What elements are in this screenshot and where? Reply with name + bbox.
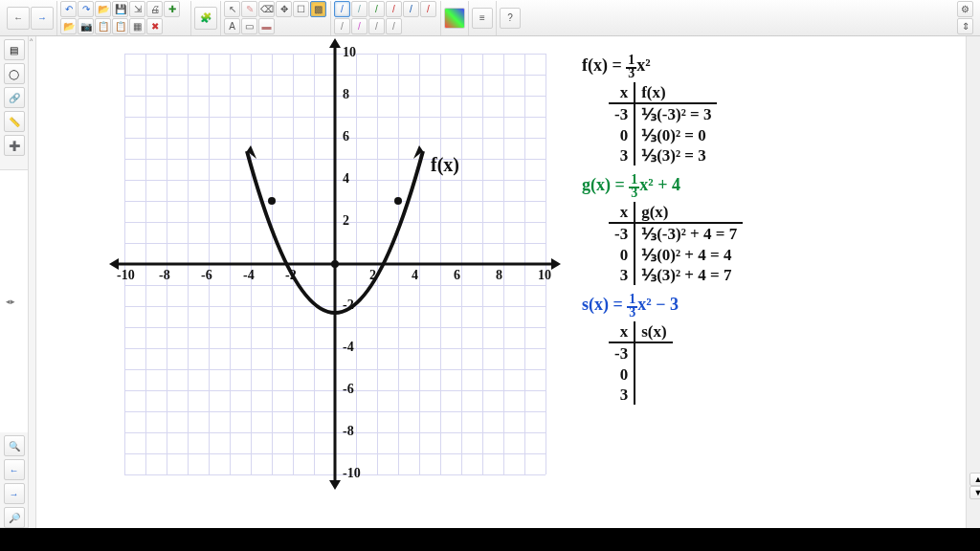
stroke-9[interactable]: / bbox=[368, 18, 385, 34]
select-tool[interactable]: ☐ bbox=[293, 1, 309, 17]
x-tick-label: 4 bbox=[412, 268, 418, 283]
paste-button[interactable]: 📋 bbox=[112, 18, 128, 34]
stroke-8[interactable]: / bbox=[351, 18, 368, 34]
table-row: 0 bbox=[609, 364, 673, 385]
open-button[interactable]: 📂 bbox=[95, 1, 111, 17]
new-button[interactable]: ✚ bbox=[164, 1, 180, 17]
table-row: 0⅓(0)² + 4 = 4 bbox=[609, 245, 743, 265]
arrow-up-icon bbox=[329, 38, 341, 48]
side-zoomin-button[interactable]: 🔍 bbox=[4, 435, 25, 456]
x-tick-label: 6 bbox=[454, 268, 460, 283]
s-table: xs(x) -3 0 3 bbox=[609, 321, 673, 405]
table-row: -3 bbox=[609, 342, 673, 364]
marquee-tool[interactable]: ▭ bbox=[241, 18, 257, 34]
color-picker-button[interactable] bbox=[444, 8, 465, 29]
x-tick-label: 10 bbox=[538, 268, 551, 283]
parabola-f bbox=[124, 54, 546, 474]
vertical-ruler: ^ bbox=[29, 36, 36, 528]
nav-forward-button[interactable]: → bbox=[31, 7, 54, 30]
y-tick-label: 10 bbox=[343, 45, 356, 60]
pen-tool[interactable]: ✎ bbox=[241, 1, 257, 17]
x-tick-label: -4 bbox=[243, 268, 255, 283]
drawing-canvas[interactable]: f(x) -10-8-6-4-2246810-10-8-6-4-2246810 … bbox=[36, 36, 966, 528]
print-button[interactable]: 🖨 bbox=[146, 1, 163, 17]
x-tick-label: -6 bbox=[201, 268, 212, 283]
copy-button[interactable]: 📋 bbox=[95, 18, 111, 34]
page-down-button[interactable]: ▼ bbox=[969, 486, 980, 499]
stroke-4[interactable]: / bbox=[386, 1, 402, 17]
redo-button[interactable]: ↷ bbox=[78, 1, 94, 17]
stroke-3[interactable]: / bbox=[368, 1, 385, 17]
stroke-10[interactable]: / bbox=[386, 18, 402, 34]
s-expression: s(x) = 13x² − 3 bbox=[582, 293, 980, 320]
sidebar-collapse-handle[interactable]: ◂▸ bbox=[6, 297, 15, 306]
stroke-6[interactable]: / bbox=[420, 1, 436, 17]
side-shapes-button[interactable]: ◯ bbox=[4, 63, 25, 84]
table-button[interactable]: ▦ bbox=[129, 18, 145, 34]
x-tick-label: 2 bbox=[369, 268, 376, 283]
table-row: -3⅓(-3)² = 3 bbox=[609, 103, 717, 124]
delete-button[interactable]: ✖ bbox=[146, 18, 163, 34]
table-row: 3 bbox=[609, 385, 673, 405]
eraser-tool[interactable]: ⌫ bbox=[258, 1, 275, 17]
pointer-tool[interactable]: ↖ bbox=[224, 1, 240, 17]
bottom-black-bar bbox=[0, 528, 980, 551]
x-tick-label: -2 bbox=[285, 268, 297, 283]
side-link-button[interactable]: 🔗 bbox=[4, 87, 25, 108]
main-toolbar: ← → ↶ ↷ 📂 💾 ⇲ 🖨 ✚ 📂 📷 📋 📋 ▦ ✖ 🧩 ↖ ✎ ⌫ ✥ … bbox=[0, 0, 980, 36]
y-tick-label: 6 bbox=[343, 129, 349, 144]
side-next-button[interactable]: → bbox=[4, 483, 25, 504]
highlight-tool[interactable]: ▩ bbox=[310, 1, 326, 17]
g-expression: g(x) = 13x² + 4 bbox=[582, 173, 980, 200]
y-tick-label: 2 bbox=[343, 213, 349, 229]
expand-button[interactable]: ⇕ bbox=[957, 18, 973, 34]
table-row: -3⅓(-3)² + 4 = 7 bbox=[609, 223, 743, 244]
g-table: xg(x) -3⅓(-3)² + 4 = 7 0⅓(0)² + 4 = 4 3⅓… bbox=[609, 202, 743, 285]
nav-back-button[interactable]: ← bbox=[7, 7, 30, 30]
y-tick-label: -8 bbox=[343, 424, 354, 439]
plugin-button[interactable]: 🧩 bbox=[194, 7, 217, 30]
left-sidebar: ▤ ◯ 🔗 📏 ➕ ◂▸ 🔍 ← → 🔎 bbox=[0, 36, 29, 528]
table-row: 3⅓(3)² = 3 bbox=[609, 145, 717, 165]
y-tick-label: 8 bbox=[343, 87, 349, 102]
svg-point-2 bbox=[394, 197, 402, 205]
export-button[interactable]: ⇲ bbox=[129, 1, 145, 17]
stroke-plain-blue[interactable]: / bbox=[334, 1, 350, 17]
y-tick-label: -4 bbox=[343, 340, 354, 355]
move-tool[interactable]: ✥ bbox=[276, 1, 292, 17]
side-layers-button[interactable]: ▤ bbox=[4, 39, 25, 60]
side-add-button[interactable]: ➕ bbox=[4, 135, 25, 156]
stroke-7[interactable]: / bbox=[334, 18, 350, 34]
folder-button[interactable]: 📂 bbox=[60, 18, 77, 34]
undo-button[interactable]: ↶ bbox=[60, 1, 77, 17]
text-tool[interactable]: A bbox=[224, 18, 240, 34]
y-tick-label: 4 bbox=[343, 171, 349, 187]
side-zoomout-button[interactable]: 🔎 bbox=[4, 507, 25, 528]
svg-point-1 bbox=[331, 260, 339, 268]
curve-label-f: f(x) bbox=[431, 154, 459, 176]
arrow-right-icon bbox=[551, 258, 561, 270]
x-tick-label: -8 bbox=[159, 268, 170, 283]
arrow-down-icon bbox=[329, 480, 341, 490]
stroke-5[interactable]: / bbox=[403, 1, 419, 17]
y-tick-label: -6 bbox=[343, 382, 354, 397]
f-table: xf(x) -3⅓(-3)² = 3 0⅓(0)² = 0 3⅓(3)² = 3 bbox=[609, 82, 717, 165]
coordinate-grid: f(x) -10-8-6-4-2246810-10-8-6-4-2246810 bbox=[124, 54, 546, 474]
table-row: 3⅓(3)² + 4 = 7 bbox=[609, 265, 743, 285]
f-expression: f(x) = 13x² bbox=[582, 54, 980, 80]
highlighter-tool[interactable]: ▬ bbox=[258, 18, 275, 34]
page-up-button[interactable]: ▲ bbox=[969, 473, 980, 486]
side-ruler-button[interactable]: 📏 bbox=[4, 111, 25, 132]
screenshot-button[interactable]: 📷 bbox=[78, 18, 94, 34]
align-button[interactable]: ≡ bbox=[472, 8, 493, 29]
settings-button[interactable]: ⚙ bbox=[957, 1, 973, 17]
handwritten-annotations: f(x) = 13x² xf(x) -3⅓(-3)² = 3 0⅓(0)² = … bbox=[582, 54, 980, 412]
side-prev-button[interactable]: ← bbox=[4, 459, 25, 480]
save-button[interactable]: 💾 bbox=[112, 1, 128, 17]
table-row: 0⅓(0)² = 0 bbox=[609, 125, 717, 145]
svg-point-0 bbox=[268, 197, 276, 205]
y-tick-label: -2 bbox=[343, 298, 354, 313]
stroke-2[interactable]: / bbox=[351, 1, 368, 17]
help-button[interactable]: ? bbox=[500, 8, 521, 29]
x-tick-label: -10 bbox=[117, 268, 135, 283]
